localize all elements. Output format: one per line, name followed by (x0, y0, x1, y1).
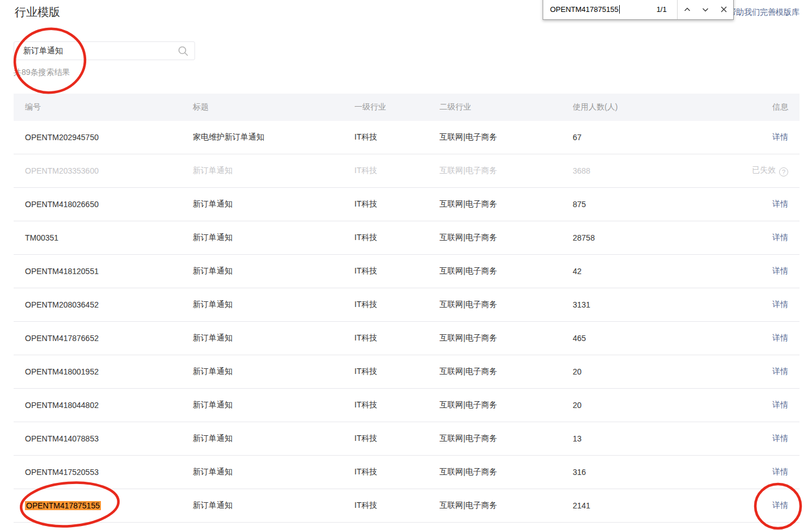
table-header-row: 编号 标题 一级行业 二级行业 使用人数(人) 信息 (14, 94, 800, 121)
template-id: OPENTM418026650 (25, 200, 99, 209)
template-id: OPENTM414078853 (25, 434, 99, 443)
template-title: 新订单通知 (193, 199, 354, 209)
column-header-industry2: 二级行业 (439, 102, 573, 112)
detail-link[interactable]: 详情 (772, 500, 788, 510)
table-row: OPENTM418120551 新订单通知 IT科技 互联网|电子商务 42 详… (14, 255, 800, 288)
template-title: 新订单通知 (193, 400, 354, 410)
template-title: 新订单通知 (193, 434, 354, 444)
column-header-industry1: 一级行业 (354, 102, 439, 112)
search-input-value: 新订单通知 (14, 46, 177, 56)
template-id: OPENTM418044802 (25, 401, 99, 410)
column-header-id: 编号 (14, 102, 193, 112)
industry-secondary: 互联网|电子商务 (439, 400, 573, 410)
industry-primary: IT科技 (354, 266, 439, 276)
template-id: OPENTM203353600 (25, 166, 99, 175)
industry-secondary: 互联网|电子商务 (439, 199, 573, 209)
detail-link[interactable]: 详情 (772, 199, 788, 208)
user-count: 2141 (573, 501, 709, 510)
user-count: 42 (573, 267, 709, 276)
industry-primary: IT科技 (354, 132, 439, 142)
browser-find-bar: OPENTM417875155 1/1 (543, 0, 734, 20)
template-title: 新订单通知 (193, 467, 354, 477)
user-count: 875 (573, 200, 709, 209)
industry-primary: IT科技 (354, 333, 439, 343)
template-id: OPENTM208036452 (25, 300, 99, 309)
industry-secondary: 互联网|电子商务 (439, 300, 573, 310)
template-title: 新订单通知 (193, 166, 354, 176)
table-row: TM00351 新订单通知 IT科技 互联网|电子商务 28758 详情 (14, 221, 800, 255)
find-close-button[interactable] (714, 0, 733, 19)
industry-primary: IT科技 (354, 166, 439, 176)
table-row: OPENTM418044802 新订单通知 IT科技 互联网|电子商务 20 详… (14, 389, 800, 422)
table-row: OPENTM203353600 新订单通知 IT科技 互联网|电子商务 3688… (14, 154, 800, 188)
industry-primary: IT科技 (354, 233, 439, 243)
template-id: OPENTM418120551 (25, 267, 99, 276)
text-caret (619, 5, 620, 14)
user-count: 465 (573, 334, 709, 343)
table-body: OPENTM202945750 家电维护新订单通知 IT科技 互联网|电子商务 … (14, 121, 800, 523)
table-row: OPENTM418001952 新订单通知 IT科技 互联网|电子商务 20 详… (14, 355, 800, 389)
detail-link[interactable]: 详情 (772, 367, 788, 376)
user-count: 67 (573, 133, 709, 142)
template-id: OPENTM417876652 (25, 334, 99, 343)
search-icon[interactable] (177, 45, 189, 57)
expired-label: 已失效 (752, 165, 776, 174)
industry-secondary: 互联网|电子商务 (439, 467, 573, 477)
template-table: 编号 标题 一级行业 二级行业 使用人数(人) 信息 OPENTM2029457… (14, 94, 800, 523)
chevron-down-icon (701, 6, 709, 14)
template-title: 新订单通知 (193, 300, 354, 310)
user-count: 13 (573, 434, 709, 443)
industry-primary: IT科技 (354, 300, 439, 310)
template-title: 新订单通知 (193, 266, 354, 276)
industry-primary: IT科技 (354, 467, 439, 477)
user-count: 20 (573, 367, 709, 376)
industry-secondary: 互联网|电子商务 (439, 367, 573, 377)
detail-link[interactable]: 详情 (772, 400, 788, 409)
user-count: 3131 (573, 300, 709, 309)
industry-secondary: 互联网|电子商务 (439, 166, 573, 176)
template-id: OPENTM417520553 (25, 468, 99, 477)
close-icon (720, 6, 728, 13)
search-input[interactable]: 新订单通知 (14, 41, 195, 60)
detail-link[interactable]: 详情 (772, 233, 788, 242)
page-title: 行业模版 (15, 5, 60, 20)
table-row: OPENTM202945750 家电维护新订单通知 IT科技 互联网|电子商务 … (14, 121, 800, 154)
detail-link[interactable]: 详情 (772, 333, 788, 342)
template-title: 新订单通知 (193, 500, 354, 511)
template-id: OPENTM202945750 (25, 133, 99, 142)
detail-link[interactable]: 详情 (772, 434, 788, 443)
industry-secondary: 互联网|电子商务 (439, 132, 573, 142)
industry-secondary: 互联网|电子商务 (439, 333, 573, 343)
template-title: 家电维护新订单通知 (193, 132, 354, 142)
find-query-text: OPENTM417875155 (550, 5, 619, 14)
find-next-button[interactable] (696, 0, 715, 19)
improve-template-library-link[interactable]: 帮助我们完善模版库 (728, 7, 800, 18)
chevron-up-icon (683, 6, 691, 14)
table-row: OPENTM417876652 新订单通知 IT科技 互联网|电子商务 465 … (14, 322, 800, 355)
industry-secondary: 互联网|电子商务 (439, 233, 573, 243)
annotation-circle-search (11, 24, 89, 97)
search-results-count: 共89条搜索结果 (14, 68, 70, 78)
template-title: 新订单通知 (193, 333, 354, 343)
detail-link[interactable]: 详情 (772, 132, 788, 141)
find-previous-button[interactable] (678, 0, 696, 19)
find-input[interactable]: OPENTM417875155 (543, 5, 648, 14)
detail-link[interactable]: 详情 (772, 300, 788, 309)
industry-primary: IT科技 (354, 199, 439, 209)
template-title: 新订单通知 (193, 233, 354, 243)
find-match-count: 1/1 (648, 5, 675, 14)
template-id: TM00351 (25, 233, 58, 242)
column-header-title: 标题 (193, 102, 354, 112)
user-count: 3688 (573, 166, 709, 175)
column-header-users: 使用人数(人) (573, 102, 709, 112)
detail-link[interactable]: 详情 (772, 467, 788, 476)
table-row: OPENTM417875155 新订单通知 IT科技 互联网|电子商务 2141… (14, 489, 800, 523)
detail-link[interactable]: 详情 (772, 266, 788, 275)
template-id: OPENTM418001952 (25, 367, 99, 376)
industry-secondary: 互联网|电子商务 (439, 434, 573, 444)
industry-primary: IT科技 (354, 400, 439, 410)
industry-secondary: 互联网|电子商务 (439, 500, 573, 511)
industry-primary: IT科技 (354, 500, 439, 511)
user-count: 316 (573, 468, 709, 477)
question-icon[interactable]: ? (779, 167, 788, 176)
